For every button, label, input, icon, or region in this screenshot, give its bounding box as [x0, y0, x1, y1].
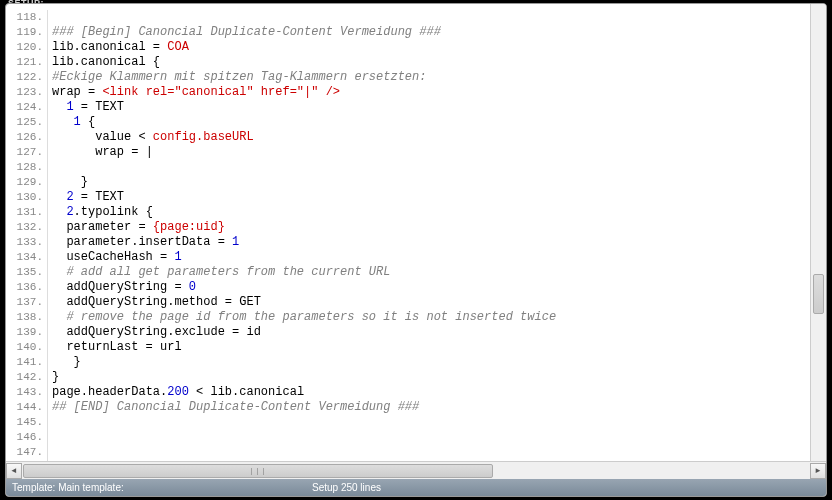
code-line[interactable]: #Eckige Klammern mit spitzen Tag-Klammer… — [52, 70, 826, 85]
code-line[interactable] — [52, 10, 826, 25]
code-line[interactable]: useCacheHash = 1 — [52, 250, 826, 265]
code-line[interactable]: addQueryString = 0 — [52, 280, 826, 295]
line-number: 124. — [6, 100, 47, 115]
horizontal-scrollbar-track[interactable]: ||| — [23, 463, 809, 479]
scroll-right-arrow[interactable]: ► — [810, 463, 826, 479]
line-number: 132. — [6, 220, 47, 235]
line-number: 122. — [6, 70, 47, 85]
line-number-gutter: 118.119.120.121.122.123.124.125.126.127.… — [6, 10, 48, 461]
code-line[interactable]: parameter.insertData = 1 — [52, 235, 826, 250]
vertical-scrollbar[interactable] — [810, 4, 826, 461]
line-number: 143. — [6, 385, 47, 400]
horizontal-scrollbar[interactable]: ◄ ||| ► — [6, 461, 826, 479]
code-line[interactable]: } — [52, 370, 826, 385]
scroll-left-arrow[interactable]: ◄ — [6, 463, 22, 479]
line-number: 136. — [6, 280, 47, 295]
code-line[interactable]: lib.canonical = COA — [52, 40, 826, 55]
code-line[interactable]: # add all get parameters from the curren… — [52, 265, 826, 280]
code-line[interactable]: lib.canonical { — [52, 55, 826, 70]
code-line[interactable]: wrap = <link rel="canonical" href="|" /> — [52, 85, 826, 100]
line-number: 138. — [6, 310, 47, 325]
line-number: 135. — [6, 265, 47, 280]
code-line[interactable]: addQueryString.method = GET — [52, 295, 826, 310]
code-line[interactable] — [52, 415, 826, 430]
line-number: 127. — [6, 145, 47, 160]
code-line[interactable]: wrap = | — [52, 145, 826, 160]
code-line[interactable] — [52, 160, 826, 175]
line-number: 118. — [6, 10, 47, 25]
line-number: 144. — [6, 400, 47, 415]
code-line[interactable]: returnLast = url — [52, 340, 826, 355]
code-line[interactable]: 1 { — [52, 115, 826, 130]
status-template-name: Template: Main template: — [12, 482, 312, 493]
line-number: 120. — [6, 40, 47, 55]
line-number: 125. — [6, 115, 47, 130]
horizontal-scrollbar-thumb[interactable]: ||| — [23, 464, 493, 478]
line-number: 126. — [6, 130, 47, 145]
line-number: 133. — [6, 235, 47, 250]
code-line[interactable]: 2.typolink { — [52, 205, 826, 220]
line-number: 141. — [6, 355, 47, 370]
line-number: 140. — [6, 340, 47, 355]
status-bar: Template: Main template: Setup 250 lines — [6, 479, 826, 496]
line-number: 128. — [6, 160, 47, 175]
line-number: 129. — [6, 175, 47, 190]
line-number: 147. — [6, 445, 47, 460]
line-number: 142. — [6, 370, 47, 385]
line-number: 139. — [6, 325, 47, 340]
vertical-scrollbar-thumb[interactable] — [813, 274, 824, 314]
line-number: 137. — [6, 295, 47, 310]
code-line[interactable]: 1 = TEXT — [52, 100, 826, 115]
code-content[interactable]: ### [Begin] Canoncial Duplicate-Content … — [48, 10, 826, 461]
code-line[interactable] — [52, 430, 826, 445]
line-number: 131. — [6, 205, 47, 220]
line-number: 145. — [6, 415, 47, 430]
code-line[interactable]: addQueryString.exclude = id — [52, 325, 826, 340]
editor-window: 118.119.120.121.122.123.124.125.126.127.… — [5, 3, 827, 497]
editor-area: 118.119.120.121.122.123.124.125.126.127.… — [6, 4, 826, 461]
code-line[interactable]: } — [52, 355, 826, 370]
code-line[interactable]: value < config.baseURL — [52, 130, 826, 145]
code-line[interactable]: ## [END] Canoncial Duplicate-Content Ver… — [52, 400, 826, 415]
line-number: 146. — [6, 430, 47, 445]
line-number: 134. — [6, 250, 47, 265]
line-number: 130. — [6, 190, 47, 205]
code-line[interactable]: # remove the page id from the parameters… — [52, 310, 826, 325]
code-line[interactable]: 2 = TEXT — [52, 190, 826, 205]
line-number: 121. — [6, 55, 47, 70]
status-line-count: Setup 250 lines — [312, 482, 820, 493]
code-line[interactable]: page.headerData.200 < lib.canonical — [52, 385, 826, 400]
code-line[interactable]: ### [Begin] Canoncial Duplicate-Content … — [52, 25, 826, 40]
line-number: 119. — [6, 25, 47, 40]
code-line[interactable]: parameter = {page:uid} — [52, 220, 826, 235]
code-line[interactable]: } — [52, 175, 826, 190]
line-number: 123. — [6, 85, 47, 100]
